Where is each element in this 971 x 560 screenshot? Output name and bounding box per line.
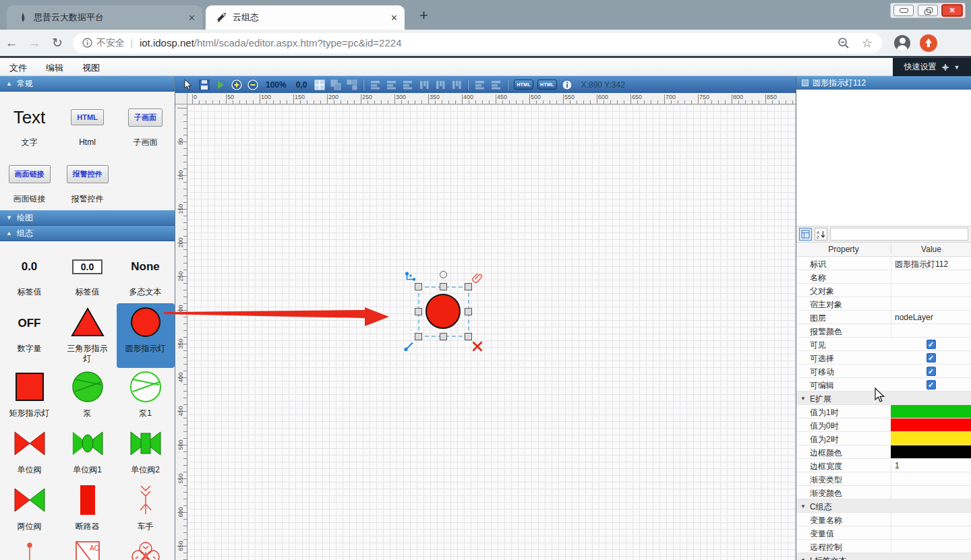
palette-item-多态文本[interactable]: None多态文本	[117, 247, 175, 303]
minimize-button[interactable]	[893, 5, 914, 16]
palette-item-逆变器[interactable]: ACDC逆变器	[59, 538, 117, 560]
save-icon[interactable]	[198, 79, 210, 91]
palette-item-单位阀2[interactable]: 单位阀2	[117, 425, 175, 481]
palette-item-矩形指示灯[interactable]: 矩形指示灯	[1, 368, 59, 425]
selection-handle[interactable]	[415, 308, 422, 315]
align-middle-icon[interactable]	[434, 79, 446, 91]
palette-item-画面链接[interactable]: 画面链接画面链接	[1, 154, 59, 210]
same-width-icon[interactable]	[474, 79, 486, 91]
design-canvas[interactable]	[187, 104, 796, 560]
property-value[interactable]	[891, 513, 971, 526]
menu-item-1[interactable]: 文件	[0, 58, 36, 74]
grid-toggle-icon[interactable]	[314, 79, 326, 91]
line-anchor-icon[interactable]	[403, 340, 415, 352]
close-button[interactable]: ✕	[942, 5, 962, 16]
palette-section-header-组态[interactable]: ▲组态	[0, 226, 175, 241]
browser-tab-2[interactable]: 云组态 ✕	[206, 5, 405, 30]
html-preview-icon[interactable]: HTML	[537, 80, 557, 90]
palette-item-泵[interactable]: 泵	[59, 368, 117, 425]
property-value[interactable]	[891, 284, 971, 297]
palette-item-车手[interactable]: 车手	[117, 481, 175, 538]
reload-icon[interactable]: ↻	[46, 35, 69, 51]
selection-handle[interactable]	[415, 333, 422, 340]
align-center-h-icon[interactable]	[386, 79, 398, 91]
color-swatch[interactable]	[891, 432, 971, 445]
info-circle-icon[interactable]	[82, 38, 92, 48]
palette-section-header-绘图[interactable]: ▼绘图	[0, 210, 175, 226]
back-icon[interactable]: ←	[0, 36, 23, 51]
palette-item-单位阀[interactable]: 单位阀	[1, 425, 59, 481]
restore-button[interactable]	[918, 5, 938, 16]
zoom-out-page-icon[interactable]	[837, 37, 850, 49]
html-source-icon[interactable]: HTML	[514, 80, 533, 90]
align-left-icon[interactable]	[370, 79, 382, 91]
browser-tab-1[interactable]: 思普云大数据平台 ✕	[7, 5, 202, 30]
zoom-out-icon[interactable]	[247, 79, 259, 91]
run-icon[interactable]	[214, 79, 227, 91]
checkbox-checked-icon[interactable]: ✓	[926, 367, 936, 376]
palette-item-标签值[interactable]: 0.0标签值	[59, 247, 117, 303]
forward-icon[interactable]: →	[23, 36, 46, 51]
color-swatch[interactable]	[891, 445, 971, 458]
same-height-icon[interactable]	[490, 79, 502, 91]
browser-update-icon[interactable]	[920, 34, 937, 52]
selection-handle[interactable]	[440, 333, 447, 340]
selection-handle[interactable]	[440, 283, 447, 290]
selection-handle[interactable]	[465, 333, 472, 340]
property-value[interactable]	[891, 472, 971, 485]
chevron-down-icon[interactable]: ▼	[954, 64, 960, 71]
selection-handle[interactable]	[465, 283, 472, 290]
property-value[interactable]	[891, 526, 971, 539]
palette-item-子画面[interactable]: 子画面子画面	[117, 97, 175, 154]
palette-item-两位阀[interactable]: 两位阀	[1, 481, 59, 538]
url-input[interactable]: 不安全 | iot.idosp.net /html/scada/editor.a…	[73, 33, 882, 53]
property-filter-field[interactable]	[830, 228, 968, 241]
zoom-in-icon[interactable]	[231, 79, 243, 91]
property-value[interactable]: nodeLayer	[891, 311, 971, 323]
color-swatch[interactable]	[891, 418, 971, 431]
align-top-icon[interactable]	[418, 79, 430, 91]
bookmark-star-icon[interactable]: ☆	[862, 36, 873, 51]
new-tab-button[interactable]: +	[419, 8, 428, 23]
align-bottom-icon[interactable]	[450, 79, 463, 91]
property-value[interactable]	[891, 486, 971, 499]
color-swatch[interactable]	[891, 405, 971, 418]
info-icon[interactable]	[561, 79, 573, 91]
palette-item-标签值[interactable]: 0.0标签值	[1, 247, 59, 303]
palette-item-三角形指示灯[interactable]: 三角形指示灯	[59, 303, 117, 368]
categorized-view-icon[interactable]	[799, 228, 812, 241]
align-right-icon[interactable]	[402, 79, 414, 91]
palette-section-header-常规[interactable]: ▲常规	[0, 76, 175, 92]
selection-handle[interactable]	[415, 283, 422, 290]
palette-item-Html[interactable]: HTMLHtml	[59, 97, 117, 154]
tab2-close-icon[interactable]: ✕	[390, 13, 398, 23]
sort-az-icon[interactable]: AZ	[815, 228, 827, 241]
ungroup-icon[interactable]	[346, 79, 358, 91]
connector-anchor-icon[interactable]	[405, 272, 417, 284]
palette-item-断路器[interactable]: 断路器	[59, 481, 117, 538]
group-icon[interactable]	[330, 79, 342, 91]
palette-item-数字量[interactable]: OFF数字量	[1, 303, 59, 368]
property-value[interactable]	[891, 324, 971, 337]
property-value[interactable]	[891, 540, 971, 553]
menu-item-3[interactable]: 视图	[73, 58, 109, 74]
quick-settings-button[interactable]: 快速设置 ▼	[893, 58, 971, 76]
rotation-handle[interactable]	[440, 271, 447, 278]
property-group-L标签文本[interactable]: ▼L标签文本	[796, 553, 971, 560]
attach-paperclip-icon[interactable]	[472, 272, 484, 284]
delete-x-icon[interactable]	[471, 340, 483, 352]
palette-item-刀闸[interactable]: 刀闸	[1, 538, 59, 560]
palette-item-泵1[interactable]: 泵1	[117, 368, 175, 425]
property-value[interactable]	[891, 270, 971, 283]
profile-avatar-icon[interactable]	[894, 35, 910, 51]
palette-item-报警控件[interactable]: 报警控件报警控件	[59, 154, 117, 210]
checkbox-checked-icon[interactable]: ✓	[926, 380, 936, 390]
property-group-C组态[interactable]: ▼C组态	[796, 499, 971, 513]
checkbox-checked-icon[interactable]: ✓	[926, 340, 936, 349]
property-value[interactable]: 1	[891, 459, 971, 472]
circle-indicator-element[interactable]	[425, 294, 461, 329]
selection-handle[interactable]	[465, 308, 472, 315]
property-value[interactable]: 圆形指示灯112	[891, 257, 971, 270]
cursor-icon[interactable]	[182, 79, 194, 91]
palette-item-文字[interactable]: Text文字	[1, 97, 59, 154]
